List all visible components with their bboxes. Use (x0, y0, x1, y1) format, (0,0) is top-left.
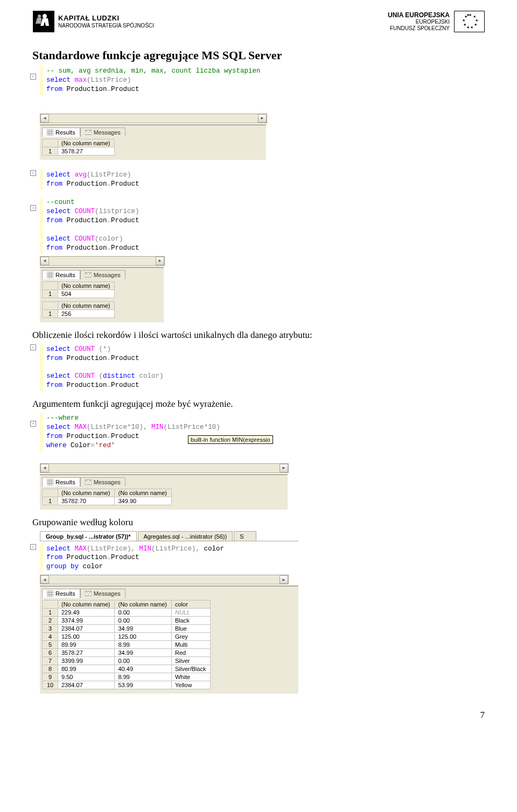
results-grid: (No column name) 1504 (42, 281, 115, 298)
scroll-left-icon[interactable]: ◄ (40, 257, 49, 265)
column-header[interactable]: (No column name) (58, 489, 115, 497)
horizontal-scrollbar[interactable]: ◄ ► (40, 463, 289, 473)
collapse-icon[interactable]: - (30, 205, 36, 211)
cell-value[interactable]: 80.99 (58, 665, 115, 673)
sql-editor[interactable]: select MAX(ListPrice), MIN(ListPrice), c… (40, 543, 295, 573)
cell-value[interactable]: Red (171, 649, 210, 657)
cell-value[interactable]: 3578.27 (58, 649, 115, 657)
row-number[interactable]: 1 (43, 497, 58, 505)
sql-editor[interactable]: ---where select MAX(ListPrice*10), MIN(L… (40, 413, 295, 451)
cell-value[interactable]: 35782.70 (58, 497, 115, 505)
cell-value[interactable]: Silver/Black (171, 665, 210, 673)
cell-value[interactable]: 34.99 (115, 649, 171, 657)
cell-value[interactable]: 0.00 (115, 617, 171, 625)
cell-value[interactable]: NULL (171, 609, 210, 617)
doc-tab-more[interactable]: S (234, 531, 256, 541)
cell-value[interactable]: Yellow (171, 681, 210, 689)
row-number[interactable]: 1 (43, 309, 58, 317)
cell-value[interactable]: 89.99 (58, 641, 115, 649)
cell-value[interactable]: 0.00 (115, 609, 171, 617)
sql-editor[interactable]: --count select COUNT(listprice) from Pro… (40, 197, 171, 253)
horizontal-scrollbar[interactable]: ◄ ► (40, 114, 267, 123)
row-number[interactable]: 1 (43, 147, 58, 155)
row-number[interactable]: 7 (43, 657, 58, 665)
scroll-left-icon[interactable]: ◄ (40, 575, 49, 584)
page: KAPITAŁ LUDZKI NARODOWA STRATEGIA SPÓJNO… (0, 0, 517, 731)
scroll-right-icon[interactable]: ► (280, 575, 288, 584)
collapse-icon[interactable]: - (30, 170, 36, 176)
cell-value[interactable]: 2384.07 (58, 625, 115, 633)
cell-value[interactable]: Silver (171, 657, 210, 665)
row-number[interactable]: 2 (43, 617, 58, 625)
collapse-icon[interactable]: - (30, 74, 36, 80)
cell-value[interactable]: 8.99 (115, 641, 171, 649)
sql-editor[interactable]: select COUNT (*) from Production.Product… (40, 344, 220, 391)
cell-value[interactable]: 229.49 (58, 609, 115, 617)
scroll-right-icon[interactable]: ► (258, 114, 267, 123)
scroll-left-icon[interactable]: ◄ (40, 464, 49, 472)
row-number[interactable]: 4 (43, 633, 58, 641)
cell-value[interactable]: 3578.27 (58, 147, 115, 155)
tab-messages[interactable]: Messages (80, 589, 125, 598)
sql-editor[interactable]: -- sum, avg srednia, min, max, count lic… (40, 66, 274, 95)
cell-value[interactable]: 34.99 (115, 625, 171, 633)
scroll-right-icon[interactable]: ► (280, 464, 288, 472)
scroll-left-icon[interactable]: ◄ (40, 114, 49, 123)
doc-tab-aggregates[interactable]: Agregates.sql - ...inistrator (56)) (138, 531, 233, 541)
results-pane: Results Messages (No column name) 1504 (… (40, 267, 164, 322)
cell-value[interactable]: Black (171, 617, 210, 625)
cell-value[interactable]: Grey (171, 633, 210, 641)
code-block-1: - -- sum, avg srednia, min, max, count l… (40, 66, 485, 160)
sql-editor[interactable]: select avg(ListPrice) from Production.Pr… (40, 170, 182, 190)
row-number[interactable]: 6 (43, 649, 58, 657)
cell-value[interactable]: White (171, 673, 210, 681)
logo-right-line2: EUROPEJSKI (388, 19, 450, 25)
column-header[interactable]: (No column name) (58, 601, 115, 609)
collapse-icon[interactable]: - (30, 344, 36, 350)
collapse-icon[interactable]: - (30, 544, 36, 550)
logo-right-text: UNIA EUROPEJSKA EUROPEJSKI FUNDUSZ SPOŁE… (388, 11, 450, 32)
cell-value[interactable]: Multi (171, 641, 210, 649)
column-header[interactable]: (No column name) (58, 281, 115, 290)
cell-value[interactable]: 8.99 (115, 673, 171, 681)
row-number[interactable]: 9 (43, 673, 58, 681)
tab-results[interactable]: Results (42, 270, 80, 279)
column-header[interactable]: (No column name) (115, 489, 171, 497)
column-header[interactable]: (No column name) (115, 601, 171, 609)
cell-value[interactable]: 40.49 (115, 665, 171, 673)
tab-results[interactable]: Results (42, 128, 80, 137)
tab-results[interactable]: Results (42, 477, 80, 486)
row-number[interactable]: 5 (43, 641, 58, 649)
cell-value[interactable]: 3374.99 (58, 617, 115, 625)
cell-value[interactable]: 125.00 (115, 633, 171, 641)
tab-messages[interactable]: Messages (80, 128, 125, 137)
cell-value[interactable]: 349.90 (115, 497, 171, 505)
tab-messages[interactable]: Messages (80, 477, 125, 486)
cell-value[interactable]: 53.99 (115, 681, 171, 689)
horizontal-scrollbar[interactable]: ◄ ► (40, 575, 289, 584)
row-number[interactable]: 8 (43, 665, 58, 673)
cell-value[interactable]: 504 (58, 290, 115, 298)
cell-value[interactable]: 256 (58, 309, 115, 317)
row-number[interactable]: 3 (43, 625, 58, 633)
cell-value[interactable]: 3399.99 (58, 657, 115, 665)
body-text: Obliczenie ilości rekordów i ilości wart… (32, 330, 485, 341)
cell-value[interactable]: 125.00 (58, 633, 115, 641)
row-number[interactable]: 10 (43, 681, 58, 689)
collapse-icon[interactable]: - (30, 421, 36, 427)
cell-value[interactable]: Blue (171, 625, 210, 633)
doc-tab-groupby[interactable]: Group_by.sql - ...istrator (57))* (40, 531, 137, 541)
tab-results[interactable]: Results (42, 589, 80, 598)
cell-value[interactable]: 0.00 (115, 657, 171, 665)
column-header[interactable]: (No column name) (58, 139, 115, 147)
row-number[interactable]: 1 (43, 609, 58, 617)
horizontal-scrollbar[interactable]: ◄ ► (40, 256, 165, 266)
scroll-right-icon[interactable]: ► (156, 257, 164, 265)
cell-value[interactable]: 9.50 (58, 673, 115, 681)
logo-right-line1: UNIA EUROPEJSKA (388, 11, 450, 19)
cell-value[interactable]: 2384.07 (58, 681, 115, 689)
row-number[interactable]: 1 (43, 290, 58, 298)
column-header[interactable]: (No column name) (58, 301, 115, 309)
tab-messages[interactable]: Messages (80, 270, 125, 279)
column-header[interactable]: color (171, 601, 210, 609)
